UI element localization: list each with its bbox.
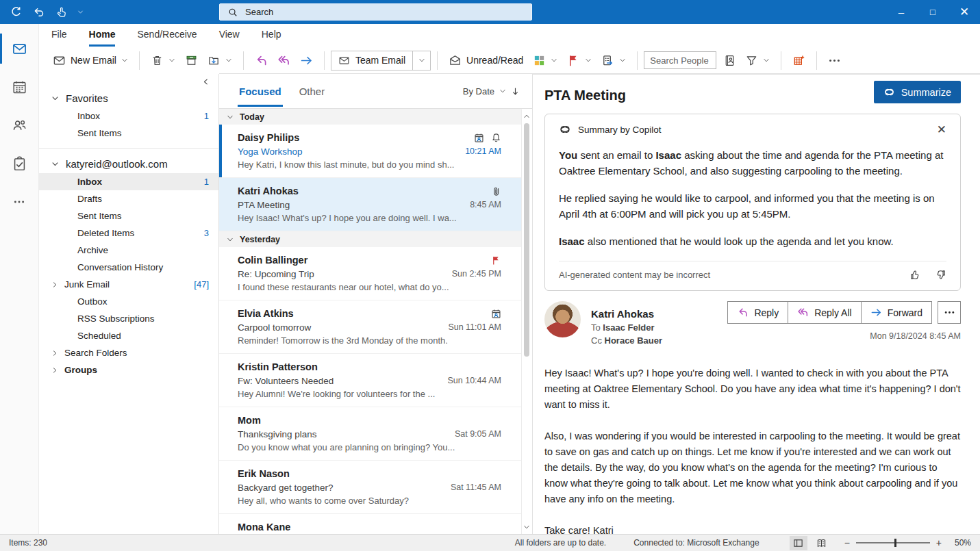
search-input[interactable] (244, 6, 507, 18)
scrollbar-thumb[interactable] (524, 123, 529, 357)
scroll-up-icon[interactable] (523, 113, 530, 120)
folder-section-header[interactable]: Favorites (39, 89, 218, 107)
follow-up-button[interactable] (562, 50, 596, 71)
folder-section-header[interactable]: katyreid@outlook.com (39, 155, 218, 173)
forward-button[interactable] (295, 50, 318, 71)
delete-button[interactable] (146, 50, 180, 71)
rules-icon (601, 54, 614, 67)
copilot-icon (883, 86, 895, 98)
folder-item[interactable]: Drafts (39, 190, 218, 207)
minimize-button[interactable]: – (885, 0, 917, 24)
folder-item[interactable]: RSS Subscriptions (39, 310, 218, 327)
folder-item[interactable]: Scheduled (39, 327, 218, 344)
sort-by-button[interactable]: By Date (463, 86, 520, 97)
archive-button[interactable] (180, 50, 203, 71)
forward-button[interactable]: Forward (861, 301, 932, 324)
rail-calendar-button[interactable] (0, 71, 38, 103)
undo-icon[interactable] (32, 5, 45, 18)
collapse-folder-pane-button[interactable] (199, 75, 212, 88)
zoom-slider-thumb[interactable] (894, 539, 896, 547)
email-cc-recipient[interactable]: Horace Bauer (605, 335, 663, 346)
message-icons (440, 360, 501, 374)
list-item[interactable]: Mom Thanksgiving plans Sat 9:05 AM Do yo… (219, 407, 522, 461)
ribbon-tab[interactable]: File (51, 29, 67, 47)
rail-more-button[interactable] (0, 185, 38, 218)
zoom-slider[interactable] (856, 542, 930, 543)
summarize-button[interactable]: Summarize (874, 81, 961, 103)
message-list-scrollbar[interactable] (521, 110, 532, 534)
ribbon-tab[interactable]: Send/Receive (137, 29, 197, 47)
send-receive-icon[interactable] (10, 5, 23, 18)
folder-item[interactable]: Junk Email [47] (39, 276, 218, 293)
ribbon-tab[interactable]: Help (262, 29, 281, 47)
list-item[interactable]: Elvia Atkins Carpool tomorrow Sun 11:01 … (219, 300, 522, 354)
chevron-left-icon (202, 78, 210, 86)
inbox-view-tab[interactable]: Other (298, 76, 327, 107)
rules-button[interactable] (596, 50, 631, 71)
scroll-down-icon[interactable] (523, 524, 530, 530)
search-people-input[interactable] (644, 51, 716, 69)
team-email-dropdown[interactable] (412, 51, 430, 70)
unread-read-button[interactable]: Unread/Read (444, 50, 528, 71)
thumbs-up-icon[interactable] (909, 269, 921, 281)
rail-tasks-button[interactable] (0, 147, 38, 180)
folder-section-title: katyreid@outlook.com (66, 158, 168, 170)
touch-mode-icon[interactable] (55, 5, 68, 18)
touch-mode-dropdown-icon[interactable] (77, 9, 84, 15)
list-item[interactable]: Erik Nason Backyard get together? Sat 11… (219, 461, 522, 514)
reply-all-button[interactable]: Reply All (788, 301, 861, 324)
address-book-button[interactable] (716, 50, 740, 71)
inbox-view-tab[interactable]: Focused (238, 76, 283, 107)
reading-view-button[interactable] (813, 536, 831, 550)
thumbs-down-icon[interactable] (935, 269, 946, 281)
rail-mail-button[interactable] (0, 32, 38, 65)
flag-icon (567, 54, 580, 67)
email-to-recipient[interactable]: Isaac Felder (603, 322, 654, 333)
close-icon[interactable]: ✕ (937, 124, 946, 136)
filter-email-button[interactable] (740, 50, 775, 71)
archive-icon (185, 54, 198, 67)
close-button[interactable]: ✕ (948, 0, 980, 24)
folder-item[interactable]: Search Folders (39, 344, 218, 361)
folder-item[interactable]: Outbox (39, 293, 218, 310)
folder-item[interactable]: Conversation History (39, 259, 218, 276)
reply-button[interactable] (250, 50, 273, 71)
maximize-button[interactable]: □ (917, 0, 948, 24)
folder-item[interactable]: Inbox 1 (39, 173, 218, 190)
folder-item[interactable]: Groups (39, 361, 218, 379)
categorize-button[interactable] (528, 50, 562, 71)
move-button[interactable] (203, 50, 237, 71)
message-preview: Reminder! Tomorrow is the 3rd Monday of … (238, 334, 501, 347)
sort-direction-icon[interactable] (511, 87, 520, 96)
message-group-header[interactable]: Yesterday (219, 231, 522, 247)
ribbon-tab[interactable]: Home (89, 29, 116, 47)
more-commands-button[interactable] (823, 50, 846, 71)
folder-item[interactable]: Sent Items (39, 207, 218, 225)
list-item[interactable]: Daisy Philips Yoga Workshop 10:21 AM Hey… (219, 125, 522, 178)
list-item[interactable]: Kristin Patterson Fw: Volunteers Needed … (219, 354, 522, 407)
quick-steps-team-email[interactable]: Team Email (331, 51, 431, 71)
folder-item[interactable]: Sent Items (39, 125, 218, 142)
send-to-onenote-button[interactable] (788, 50, 810, 71)
zoom-in-button[interactable]: + (936, 537, 942, 548)
rail-people-button[interactable] (0, 109, 38, 142)
list-item[interactable]: Colin Ballinger Re: Upcoming Trip Sun 2:… (219, 247, 522, 300)
search-box[interactable] (219, 3, 532, 21)
message-group-header[interactable]: Today (219, 109, 522, 125)
list-item[interactable]: Katri Ahokas PTA Meeting 8:45 AM Hey Isa… (219, 178, 522, 231)
new-email-button[interactable]: New Email (48, 50, 133, 71)
reply-button[interactable]: Reply (727, 301, 788, 324)
email-sender-name[interactable]: Katri Ahokas (591, 307, 662, 321)
folder-item[interactable]: Inbox 1 (39, 107, 218, 125)
ribbon-tab[interactable]: View (219, 29, 240, 47)
list-item[interactable]: Mona Kane RE: Parking spot opening soon … (219, 514, 522, 534)
normal-view-button[interactable] (790, 536, 807, 550)
message-sender: Colin Ballinger (238, 253, 445, 268)
avatar[interactable] (544, 301, 581, 337)
reply-all-button[interactable] (273, 50, 295, 71)
more-actions-button[interactable] (938, 301, 961, 324)
zoom-out-button[interactable]: − (844, 537, 850, 548)
folder-item[interactable]: Archive (39, 242, 218, 259)
folder-section: katyreid@outlook.com Inbox 1 (39, 148, 218, 379)
folder-item[interactable]: Deleted Items 3 (39, 225, 218, 242)
